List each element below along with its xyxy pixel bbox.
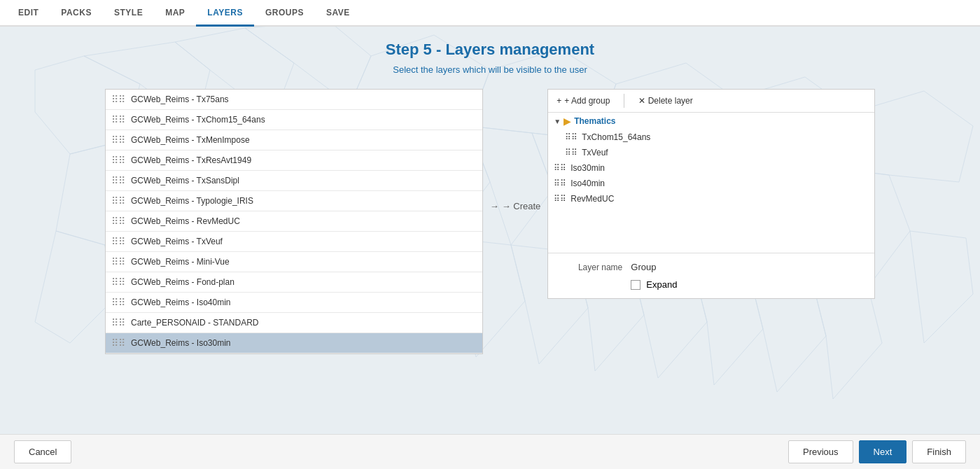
grid-icon: ⠿⠿ xyxy=(565,132,578,142)
layer-item-name: GCWeb_Reims - TxSansDipl xyxy=(131,176,239,186)
tree-container[interactable]: ▼▶Thematics⠿⠿TxChom15_64ans⠿⠿TxVeuf⠿⠿Iso… xyxy=(548,113,874,253)
nav-item-edit[interactable]: EDIT xyxy=(7,0,50,27)
create-area: → → Create xyxy=(483,201,548,211)
drag-handle-icon: ⠿⠿ xyxy=(111,276,125,288)
layer-item[interactable]: ⠿⠿GCWeb_Reims - Iso40min xyxy=(106,293,482,313)
nav-item-packs[interactable]: PACKS xyxy=(50,0,103,27)
layer-item[interactable]: ⠿⠿GCWeb_Reims - TxSansDipl xyxy=(106,171,482,191)
expand-label: Expand xyxy=(646,279,677,290)
layer-item[interactable]: ⠿⠿GCWeb_Reims - Fond-plan xyxy=(106,272,482,293)
main-content: Step 5 - Layers management Select the la… xyxy=(0,27,980,368)
left-panel: ⠿⠿GCWeb_Reims - Tx75ans⠿⠿GCWeb_Reims - T… xyxy=(105,89,483,354)
layer-item[interactable]: ⠿⠿GCWeb_Reims - TxMenImpose xyxy=(106,130,482,150)
layer-item-name: GCWeb_Reims - Typologie_IRIS xyxy=(131,196,253,206)
layer-item-name: Carte_PERSONAID - STANDARD xyxy=(131,318,258,328)
tree-item-label: Thematics xyxy=(574,116,615,126)
tree-item-layer[interactable]: ⠿⠿RevMedUC xyxy=(548,191,874,206)
folder-icon: ▶ xyxy=(564,115,571,127)
drag-handle-icon: ⠿⠿ xyxy=(111,256,125,267)
tree-item-label: Iso40min xyxy=(570,178,605,188)
drag-handle-icon: ⠿⠿ xyxy=(111,155,125,166)
drag-handle-icon: ⠿⠿ xyxy=(111,337,125,349)
finish-button[interactable]: Finish xyxy=(912,440,966,463)
layer-item[interactable]: ⠿⠿GCWeb_Reims - TxResAvt1949 xyxy=(106,150,482,171)
expand-checkbox[interactable] xyxy=(631,280,640,290)
drag-handle-icon: ⠿⠿ xyxy=(111,216,125,227)
toolbar-separator xyxy=(624,94,624,108)
drag-handle-icon: ⠿⠿ xyxy=(111,236,125,247)
add-icon: + xyxy=(556,96,561,106)
drag-handle-icon: ⠿⠿ xyxy=(111,317,125,328)
layer-item-name: GCWeb_Reims - TxResAvt1949 xyxy=(131,155,251,165)
page-title: Step 5 - Layers management xyxy=(386,41,594,59)
layer-item[interactable]: ⠿⠿GCWeb_Reims - Iso30min xyxy=(106,333,482,354)
add-group-label: + Add group xyxy=(564,96,610,106)
drag-handle-icon: ⠿⠿ xyxy=(111,94,125,105)
layer-item-name: GCWeb_Reims - TxVeuf xyxy=(131,237,223,246)
layer-item-name: GCWeb_Reims - TxMenImpose xyxy=(131,135,250,145)
nav-item-layers[interactable]: LAYERS xyxy=(196,0,254,27)
layer-item-name: GCWeb_Reims - Iso40min xyxy=(131,298,231,307)
tree-item-label: TxChom15_64ans xyxy=(582,132,650,142)
layer-item[interactable]: ⠿⠿GCWeb_Reims - RevMedUC xyxy=(106,211,482,232)
layer-item-name: GCWeb_Reims - RevMedUC xyxy=(131,216,240,226)
drag-handle-icon: ⠿⠿ xyxy=(111,175,125,186)
tree-item-layer[interactable]: ⠿⠿Iso40min xyxy=(548,176,874,191)
right-panel-toolbar: + + Add group ✕ Delete layer xyxy=(548,90,874,113)
layer-item[interactable]: ⠿⠿GCWeb_Reims - Typologie_IRIS xyxy=(106,191,482,211)
layer-item[interactable]: ⠿⠿GCWeb_Reims - Mini-Vue xyxy=(106,252,482,272)
tree-item-layer[interactable]: ⠿⠿TxVeuf xyxy=(548,145,874,160)
layer-item[interactable]: ⠿⠿GCWeb_Reims - TxVeuf xyxy=(106,232,482,252)
tree-item-label: RevMedUC xyxy=(570,194,614,204)
grid-icon: ⠿⠿ xyxy=(554,163,566,173)
grid-icon: ⠿⠿ xyxy=(565,148,578,158)
tree-item-group[interactable]: ▼▶Thematics xyxy=(548,113,874,130)
bottom-bar: Cancel Previous Next Finish xyxy=(0,434,980,469)
layer-item[interactable]: ⠿⠿GCWeb_Reims - Tx75ans xyxy=(106,90,482,110)
tree-toggle-icon: ▼ xyxy=(554,118,561,125)
expand-row: Expand xyxy=(631,279,863,290)
nav-item-style[interactable]: STYLE xyxy=(103,0,154,27)
next-button[interactable]: Next xyxy=(859,440,907,463)
create-btn-label: → Create xyxy=(502,201,541,211)
add-group-button[interactable]: + + Add group xyxy=(556,96,610,106)
previous-button[interactable]: Previous xyxy=(788,440,853,463)
nav-item-save[interactable]: SAVE xyxy=(315,0,361,27)
arrow-right-icon: → xyxy=(490,201,499,211)
layer-list[interactable]: ⠿⠿GCWeb_Reims - Tx75ans⠿⠿GCWeb_Reims - T… xyxy=(106,90,482,354)
drag-handle-icon: ⠿⠿ xyxy=(111,297,125,308)
page-subtitle: Select the layers which will be visible … xyxy=(393,64,587,75)
drag-handle-icon: ⠿⠿ xyxy=(111,195,125,206)
layer-name-row: Layer name Group xyxy=(559,262,863,272)
drag-handle-icon: ⠿⠿ xyxy=(111,114,125,125)
cancel-button[interactable]: Cancel xyxy=(14,440,71,463)
tree-item-layer[interactable]: ⠿⠿TxChom15_64ans xyxy=(548,130,874,145)
right-panel: + + Add group ✕ Delete layer ▼▶Thematics… xyxy=(547,89,875,299)
nav-item-map[interactable]: MAP xyxy=(154,0,196,27)
grid-icon: ⠿⠿ xyxy=(554,194,566,204)
nav-item-groups[interactable]: GROUPS xyxy=(254,0,315,27)
bottom-right: Previous Next Finish xyxy=(788,440,966,463)
layer-item-name: GCWeb_Reims - Tx75ans xyxy=(131,94,229,104)
tree-item-label: TxVeuf xyxy=(582,148,608,158)
layer-name-value: Group xyxy=(631,262,656,272)
delete-layer-button[interactable]: ✕ Delete layer xyxy=(638,96,692,106)
panels-row: ⠿⠿GCWeb_Reims - Tx75ans⠿⠿GCWeb_Reims - T… xyxy=(105,89,875,354)
properties-section: Layer name Group Expand xyxy=(548,253,874,298)
delete-layer-label: ✕ Delete layer xyxy=(638,96,692,106)
create-button[interactable]: → → Create xyxy=(490,201,541,211)
drag-handle-icon: ⠿⠿ xyxy=(111,134,125,146)
layer-item-name: GCWeb_Reims - Fond-plan xyxy=(131,277,234,287)
layer-item[interactable]: ⠿⠿Carte_PERSONAID - STANDARD xyxy=(106,313,482,333)
layer-name-label: Layer name xyxy=(559,262,622,272)
layer-item[interactable]: ⠿⠿GCWeb_Reims - TxChom15_64ans xyxy=(106,110,482,130)
layer-item-name: GCWeb_Reims - Iso30min xyxy=(131,338,231,348)
tree-item-label: Iso30min xyxy=(570,163,605,173)
layer-item-name: GCWeb_Reims - Mini-Vue xyxy=(131,257,230,267)
top-nav: EDITPACKSSTYLEMAPLAYERSGROUPSSAVE xyxy=(0,0,980,27)
tree-item-layer[interactable]: ⠿⠿Iso30min xyxy=(548,160,874,176)
bottom-left: Cancel xyxy=(14,440,71,463)
layer-item-name: GCWeb_Reims - TxChom15_64ans xyxy=(131,115,265,125)
grid-icon: ⠿⠿ xyxy=(554,178,566,188)
